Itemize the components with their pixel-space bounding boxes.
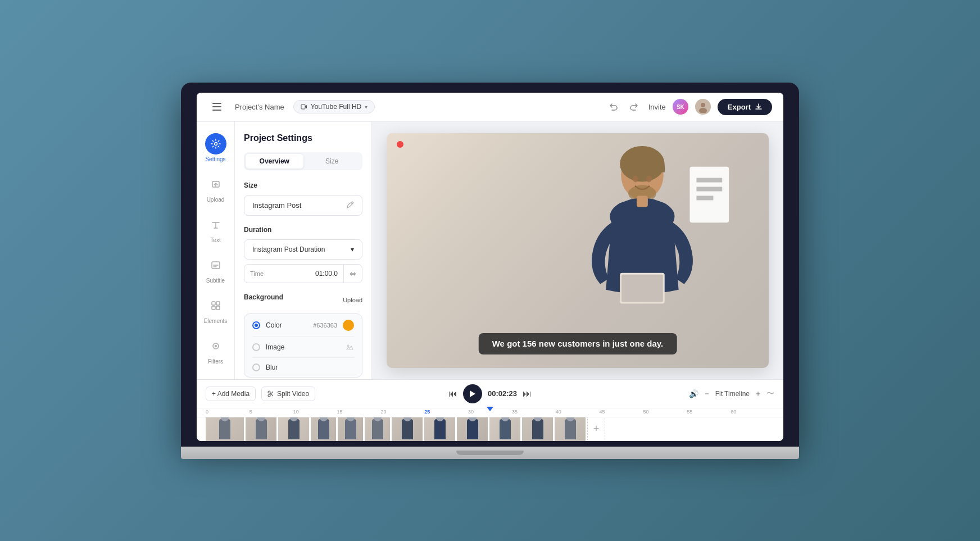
- thumb-11[interactable]: [522, 417, 553, 441]
- svg-point-15: [347, 345, 349, 347]
- upload-label: Upload: [207, 197, 225, 203]
- tab-overview[interactable]: Overview: [246, 154, 303, 169]
- color-hex-value: #636363: [313, 322, 337, 329]
- waveform-icon: 〜: [766, 389, 774, 399]
- svg-point-1: [701, 103, 705, 107]
- volume-icon[interactable]: 🔊: [689, 389, 698, 398]
- add-media-button[interactable]: + Add Media: [206, 387, 256, 401]
- radio-blur[interactable]: [252, 363, 260, 371]
- subtitle-label: Subtitle: [206, 278, 225, 284]
- svg-point-24: [646, 175, 652, 182]
- thumb-6[interactable]: [365, 417, 390, 441]
- radio-image[interactable]: [252, 343, 260, 351]
- sidebar-item-upload[interactable]: Upload: [197, 169, 234, 207]
- svg-rect-27: [621, 274, 663, 302]
- sidebar-item-settings[interactable]: Settings: [197, 129, 234, 167]
- zoom-in-button[interactable]: ＋: [754, 389, 762, 399]
- time-label: Time: [244, 266, 310, 281]
- bg-option-color-row[interactable]: Color #636363: [252, 320, 354, 331]
- color-swatch[interactable]: [343, 320, 354, 331]
- thumb-1[interactable]: [206, 417, 244, 441]
- redo-button[interactable]: [626, 99, 642, 115]
- tab-size[interactable]: Size: [303, 154, 361, 169]
- edit-size-icon: [346, 201, 354, 209]
- radio-color[interactable]: [252, 321, 260, 329]
- thumb-12[interactable]: [555, 417, 586, 441]
- preview-area: We got 156 new customers in just one day…: [372, 122, 783, 379]
- format-label: YouTube Full HD: [311, 103, 362, 111]
- play-button[interactable]: [463, 384, 482, 403]
- thumb-8[interactable]: [424, 417, 455, 441]
- split-video-button[interactable]: Split Video: [261, 387, 315, 401]
- duration-value: Instagram Post Duration: [252, 246, 325, 253]
- duration-chevron-icon: ▾: [351, 246, 354, 253]
- avatar-sk: SK: [673, 99, 688, 115]
- video-icon: [301, 103, 307, 110]
- size-selector[interactable]: Instagram Post: [244, 195, 362, 216]
- bg-option-image-row[interactable]: Image: [252, 343, 354, 352]
- sidebar-item-filters[interactable]: Filters: [197, 331, 234, 369]
- redo-icon: [629, 102, 638, 111]
- filters-icon: [211, 341, 221, 351]
- format-selector[interactable]: YouTube Full HD ▾: [293, 100, 375, 113]
- filters-label: Filters: [208, 358, 223, 365]
- upload-icon: [211, 179, 221, 189]
- undo-button[interactable]: [606, 99, 621, 115]
- thumb-2[interactable]: [246, 417, 276, 441]
- text-label: Text: [210, 237, 220, 243]
- chevron-down-icon: ▾: [365, 104, 368, 110]
- rewind-button[interactable]: ⏮: [448, 389, 457, 399]
- forward-button[interactable]: ⏭: [523, 389, 532, 399]
- background-options: Color #636363 Image: [244, 313, 362, 378]
- thumbnails-row: +: [197, 417, 783, 441]
- svg-rect-8: [212, 306, 215, 310]
- scissors-icon: [267, 390, 274, 397]
- bg-option-blur-row[interactable]: Blur: [252, 363, 354, 371]
- caption-text: We got 156 new customers in just one day…: [492, 339, 664, 348]
- size-section-label: Size: [244, 181, 362, 189]
- thumb-10[interactable]: [489, 417, 520, 441]
- duration-dropdown[interactable]: Instagram Post Duration ▾: [244, 239, 362, 260]
- elements-label: Elements: [204, 318, 228, 324]
- add-media-label: + Add Media: [212, 390, 249, 398]
- subtitle-icon: [211, 260, 221, 270]
- laptop-notch: [456, 451, 524, 455]
- svg-point-29: [268, 391, 270, 393]
- invite-button[interactable]: Invite: [648, 103, 666, 111]
- timeline-bar: + Add Media Split Video ⏮: [197, 379, 783, 441]
- sidebar-item-draw[interactable]: Draw: [197, 371, 234, 379]
- sidebar-item-elements[interactable]: Elements: [197, 290, 234, 329]
- project-name[interactable]: Project's Name: [235, 103, 284, 111]
- background-header: Background Upload: [244, 293, 362, 307]
- text-icon: [211, 220, 221, 230]
- tab-row: Overview Size: [244, 152, 362, 170]
- thumb-9[interactable]: [457, 417, 488, 441]
- svg-rect-9: [216, 306, 220, 310]
- bg-upload-button[interactable]: Upload: [343, 297, 362, 303]
- zoom-out-button[interactable]: －: [703, 389, 711, 399]
- svg-rect-18: [696, 178, 722, 182]
- fit-timeline-label[interactable]: Fit Timeline: [715, 390, 750, 398]
- sidebar-item-text[interactable]: Text: [197, 210, 234, 248]
- playhead[interactable]: [487, 407, 493, 411]
- thumb-5[interactable]: [338, 417, 363, 441]
- user-avatar: [695, 99, 711, 115]
- sidebar-item-subtitle[interactable]: Subtitle: [197, 250, 234, 288]
- svg-rect-19: [696, 187, 722, 191]
- export-button[interactable]: Export: [718, 99, 772, 115]
- split-video-label: Split Video: [277, 390, 309, 398]
- video-background: We got 156 new customers in just one day…: [387, 133, 769, 368]
- thumb-7[interactable]: [392, 417, 423, 441]
- duration-section-label: Duration: [244, 226, 362, 234]
- add-frame-button[interactable]: +: [587, 417, 605, 441]
- bg-image-label: Image: [266, 343, 339, 351]
- menu-icon[interactable]: [208, 98, 226, 115]
- thumb-4[interactable]: [311, 417, 336, 441]
- svg-point-30: [268, 394, 270, 397]
- svg-rect-17: [690, 166, 729, 222]
- svg-point-23: [633, 175, 638, 182]
- time-arrows-icon: ⇔: [343, 265, 362, 283]
- svg-point-2: [699, 108, 707, 113]
- timeline-controls: + Add Media Split Video ⏮: [197, 380, 783, 408]
- thumb-3[interactable]: [278, 417, 309, 441]
